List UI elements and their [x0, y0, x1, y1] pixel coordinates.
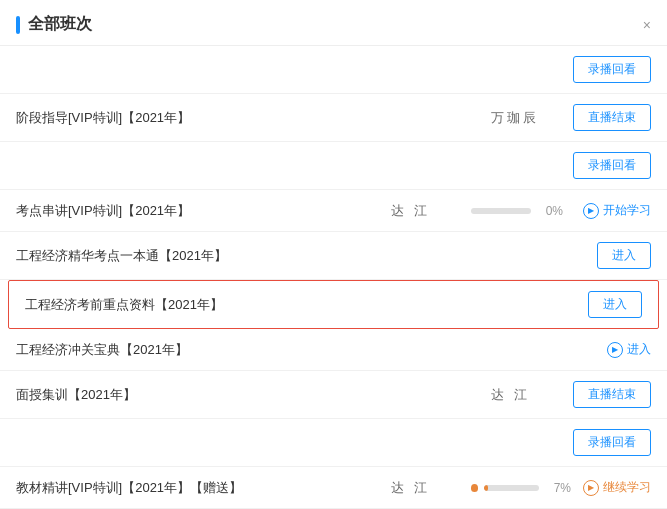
play-icon: ▶	[607, 342, 623, 358]
teacher-name: 达 江	[391, 479, 471, 497]
table-row: 录播回看	[0, 46, 667, 94]
course-list: 录播回看阶段指导[VIP特训]【2021年】万珈辰直播结束录播回看考点串讲[VI…	[0, 46, 667, 509]
action-label: 进入	[627, 341, 651, 358]
action-circle-button[interactable]: ▶进入	[607, 341, 651, 358]
action-button[interactable]: 录播回看	[573, 56, 651, 83]
progress-text: 7%	[545, 481, 571, 495]
close-icon[interactable]: ×	[643, 17, 651, 33]
action-area: 进入	[571, 242, 651, 269]
action-circle-button[interactable]: ▶继续学习	[583, 479, 651, 496]
header-title-group: 全部班次	[16, 14, 92, 35]
title-bar-accent	[16, 16, 20, 34]
table-row: 工程经济冲关宝典【2021年】▶进入	[0, 329, 667, 371]
action-area: ▶进入	[571, 341, 651, 358]
table-row: 阶段指导[VIP特训]【2021年】万珈辰直播结束	[0, 94, 667, 142]
progress-bar-wrap	[484, 485, 539, 491]
course-name: 工程经济考前重点资料【2021年】	[25, 296, 562, 314]
action-area: 进入	[562, 291, 642, 318]
progress-bar-fill	[484, 485, 488, 491]
action-button[interactable]: 录播回看	[573, 152, 651, 179]
progress-text: 0%	[537, 204, 563, 218]
play-icon: ▶	[583, 480, 599, 496]
course-name: 阶段指导[VIP特训]【2021年】	[16, 109, 491, 127]
header: 全部班次 ×	[0, 0, 667, 46]
action-button[interactable]: 进入	[597, 242, 651, 269]
teacher-name: 万珈辰	[491, 109, 571, 127]
action-label: 开始学习	[603, 202, 651, 219]
action-area: 录播回看	[571, 152, 651, 179]
course-name: 工程经济精华考点一本通【2021年】	[16, 247, 571, 265]
page-title: 全部班次	[28, 14, 92, 35]
action-area: ▶开始学习	[571, 202, 651, 219]
action-button[interactable]: 录播回看	[573, 429, 651, 456]
main-container: 全部班次 × 录播回看阶段指导[VIP特训]【2021年】万珈辰直播结束录播回看…	[0, 0, 667, 509]
table-row: 考点串讲[VIP特训]【2021年】达 江0%▶开始学习	[0, 190, 667, 232]
action-area: 直播结束	[571, 381, 651, 408]
action-button[interactable]: 直播结束	[573, 104, 651, 131]
action-area: 录播回看	[571, 56, 651, 83]
course-name: 考点串讲[VIP特训]【2021年】	[16, 202, 391, 220]
course-name: 教材精讲[VIP特训]【2021年】【赠送】	[16, 479, 391, 497]
progress-area: 7%	[471, 481, 571, 495]
action-area: 直播结束	[571, 104, 651, 131]
action-area: ▶继续学习	[571, 479, 651, 496]
table-row: 工程经济考前重点资料【2021年】进入	[8, 280, 659, 329]
course-name: 工程经济冲关宝典【2021年】	[16, 341, 571, 359]
play-icon: ▶	[583, 203, 599, 219]
action-circle-button[interactable]: ▶开始学习	[583, 202, 651, 219]
teacher-name: 达 江	[491, 386, 571, 404]
progress-area: 0%	[471, 204, 571, 218]
progress-dot	[471, 484, 478, 492]
action-button[interactable]: 直播结束	[573, 381, 651, 408]
table-row: 录播回看	[0, 142, 667, 190]
table-row: 录播回看	[0, 419, 667, 467]
table-row: 工程经济精华考点一本通【2021年】进入	[0, 232, 667, 280]
action-button[interactable]: 进入	[588, 291, 642, 318]
teacher-name: 达 江	[391, 202, 471, 220]
progress-bar-wrap	[471, 208, 531, 214]
action-label: 继续学习	[603, 479, 651, 496]
action-area: 录播回看	[571, 429, 651, 456]
table-row: 教材精讲[VIP特训]【2021年】【赠送】达 江7%▶继续学习	[0, 467, 667, 509]
table-row: 面授集训【2021年】达 江直播结束	[0, 371, 667, 419]
course-name: 面授集训【2021年】	[16, 386, 491, 404]
